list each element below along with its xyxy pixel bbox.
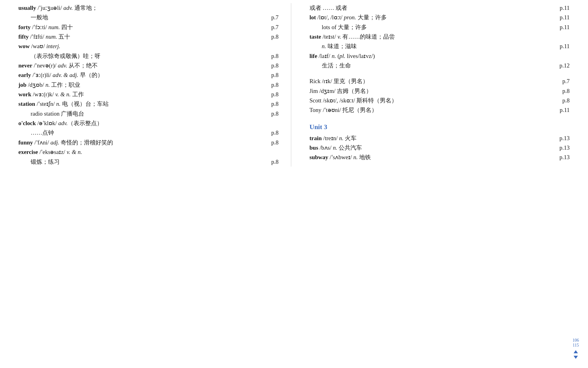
word: funny [18,139,33,146]
page-ref: p.8 [263,109,279,118]
page-ref: p.7 [263,22,279,32]
page-ref: p.12 [554,61,570,70]
word: never [18,62,32,69]
page-ref: p.8 [554,96,570,105]
list-item: early /ˈɜː(r)li/ adv. & adj. 早（的） p.8 [18,70,279,80]
list-item: funny /ˈfʌni/ adj. 奇怪的；滑稽好笑的 p.8 [18,138,279,147]
page-ref: p.8 [263,80,279,90]
word: work [18,91,31,98]
word: early [18,72,31,78]
word: bus [310,144,318,151]
page-ref: p.8 [263,51,279,61]
list-item: Rick /rɪk/ 里克（男名） p.7 [310,76,570,86]
list-item: life /laɪf/ n. (pl. lives/laɪvz/) [310,51,570,61]
pos: pron. [344,14,356,21]
phonetic: /ˈfʌni/ [33,139,49,146]
pos: v. & n. [55,91,71,98]
word: usually [18,5,36,11]
pos: adj. [51,139,59,146]
word: wow [18,43,30,49]
pos: num. [48,24,60,30]
pos: n. [353,154,358,160]
phonetic: /teɪst/ [321,33,336,40]
content-area: usually /ˈjuːʒuəli/ adv. 通常地； 一般地 p.7 fo… [0,0,588,368]
list-item: ……点钟 p.8 [18,128,279,137]
list-item: station /ˈsteɪʃn/ n. 电（视）台；车站 p.8 [18,99,279,109]
list-item: Scott /skɒt/, /skɑːt/ 斯科特（男名） p.8 [310,96,570,105]
list-item: bus /bʌs/ n. 公共汽车 p.13 [310,143,570,152]
phonetic: /treɪn/ [322,135,338,141]
phonetic: /waʊ/ [30,43,45,49]
pos: adv. & adj. [53,72,78,78]
scroll-up-icon[interactable] [574,350,578,353]
column-right: 或者 …… 或者 p.11 lot /lɒt/, /lɑːt/ pron. 大量… [291,3,570,167]
word: fifty [18,33,29,40]
pos: n. [333,144,337,151]
phonetic: /ˈsʌbweɪ/ [328,154,352,160]
list-item: Jim /dʒɪm/ 吉姆（男名） p.8 [310,86,570,96]
list-item: job /dʒɒb/ n. 工作；职业 p.8 [18,80,279,90]
scroll-arrows [574,350,578,359]
page-ref: p.11 [554,22,570,32]
pos: v. [337,33,341,40]
phonetic: /əˈklɒk/ [36,120,57,126]
page-ref: p.8 [263,70,279,80]
phonetic: /bʌs/ [318,144,331,151]
page-ref: p.11 [554,105,570,115]
page-ref: p.11 [554,41,570,51]
word: job [18,82,26,88]
page-ref: p.7 [263,13,279,22]
word: subway [310,154,328,160]
pos: n. [56,101,61,107]
pos: n. [332,53,336,59]
pos: n. [339,135,343,141]
spacer [310,70,570,76]
list-item: train /treɪn/ n. 火车 p.13 [310,133,570,143]
unit-heading: Unit 3 [310,123,570,131]
pos: adv. [58,120,68,126]
word: exercise [18,149,38,155]
scrollbar-area: 106 115 [570,338,582,362]
page-ref: p.7 [554,76,570,86]
word: station [18,101,35,107]
page-ref: p.13 [554,152,570,162]
list-item: radio station 广播电台 p.8 [18,109,279,118]
column-left: usually /ˈjuːʒuəli/ adv. 通常地； 一般地 p.7 fo… [18,3,291,167]
list-item: lots of 大量；许多 p.11 [310,22,570,32]
page-ref: p.8 [263,157,279,167]
list-item: 锻炼；练习 p.8 [18,157,279,167]
phonetic: /ˈsteɪʃn/ [35,101,55,107]
page-ref: p.8 [263,61,279,70]
list-item: o'clock /əˈklɒk/ adv.（表示整点） [18,118,279,128]
page-ref: p.8 [263,128,279,137]
list-item: Tony /ˈtəʊni/ 托尼（男名） p.11 [310,105,570,115]
page-ref: p.8 [263,99,279,109]
list-item: fifty /ˈfɪfti/ num. 五十 p.8 [18,32,279,41]
phonetic: /wɜː(r)k/ [31,91,54,98]
list-item: taste /teɪst/ v. 有……的味道；品尝 [310,32,570,41]
word: o'clock [18,120,36,126]
list-item: subway /ˈsʌbweɪ/ n. 地铁 p.13 [310,152,570,162]
word: lot [310,14,316,21]
scroll-down-icon[interactable] [574,356,578,359]
word: forty [18,24,31,30]
list-item: 或者 …… 或者 p.11 [310,3,570,13]
phonetic: /dʒɒb/ [26,82,44,88]
page-container: usually /ˈjuːʒuəli/ adv. 通常地； 一般地 p.7 fo… [0,0,588,368]
spacer [310,115,570,121]
columns-wrapper: usually /ˈjuːʒuəli/ adv. 通常地； 一般地 p.7 fo… [18,3,570,167]
list-item: never /ˈnevə(r)/ adv. 从不；绝不 p.8 [18,61,279,70]
word: taste [310,33,321,40]
list-item: exercise /ˈeksəsaɪz/ v. & n. [18,147,279,157]
list-item: n. 味道；滋味 p.11 [310,41,570,51]
list-item: wow /waʊ/ interj. [18,41,279,51]
pos: adv. [63,5,73,11]
list-item: lot /lɒt/, /lɑːt/ pron. 大量；许多 p.11 [310,13,570,22]
page-ref: p.13 [554,133,570,143]
phonetic: /ˈfɪfti/ [29,33,44,40]
phonetic: /ˈjuːʒuəli/ [36,5,62,11]
phonetic: /ˈnevə(r)/ [32,62,56,69]
page-ref: p.8 [263,138,279,147]
phonetic: /ˈeksəsaɪz/ [38,149,65,155]
phonetic: /ˈfɔːti/ [31,24,47,30]
